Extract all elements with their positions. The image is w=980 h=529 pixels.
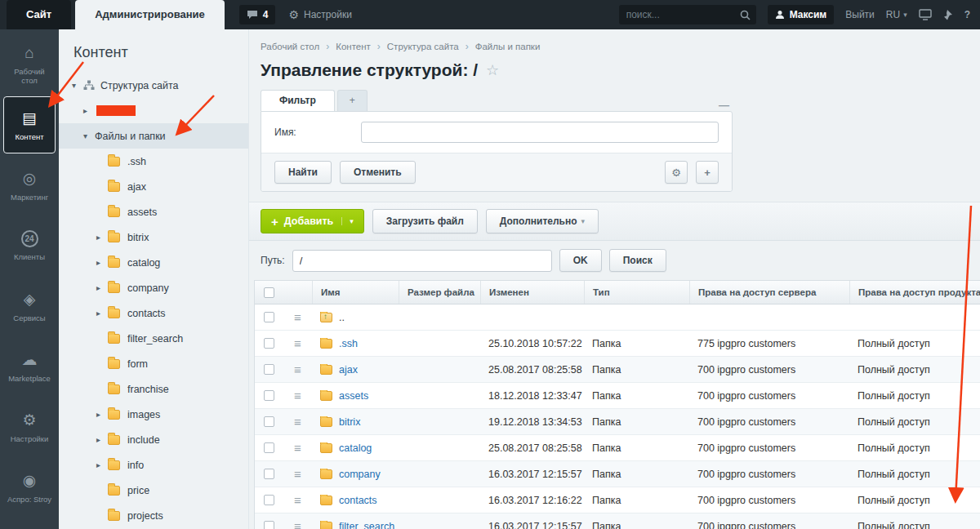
row-menu-icon[interactable]: ≡ xyxy=(294,468,301,480)
tree-folder-item[interactable]: ▸ contacts xyxy=(59,300,248,326)
tree-folder-item[interactable]: ▸ bitrix xyxy=(59,224,248,250)
chevron-right-icon[interactable]: ▸ xyxy=(96,283,108,292)
row-checkbox[interactable] xyxy=(264,495,274,505)
breadcrumb-label[interactable]: Рабочий стол xyxy=(261,42,319,51)
chevron-down-icon[interactable]: ▾ xyxy=(72,81,83,90)
filter-settings-button[interactable]: ⚙ xyxy=(665,161,688,184)
language-selector[interactable]: RU ▾ xyxy=(886,9,907,20)
rail-item[interactable]: ◉ Аспро: Stroy xyxy=(3,459,56,516)
chevron-down-icon[interactable]: ▾ xyxy=(83,131,95,140)
row-checkbox[interactable] xyxy=(264,416,274,427)
row-checkbox[interactable] xyxy=(264,442,274,453)
rail-item[interactable]: ◎ Маркетинг xyxy=(3,157,56,214)
chevron-right-icon[interactable]: ▸ xyxy=(96,435,108,444)
user-button[interactable]: Максим xyxy=(768,5,835,24)
column-header[interactable]: Изменен xyxy=(480,281,584,304)
rail-item[interactable]: ☁ Marketplace xyxy=(3,338,56,395)
path-input[interactable] xyxy=(292,250,552,272)
chevron-right-icon[interactable]: ▸ xyxy=(96,233,108,242)
add-filter-field-button[interactable]: + xyxy=(696,161,719,184)
chevron-right-icon[interactable]: ▸ xyxy=(96,410,108,419)
file-name-link[interactable]: contacts xyxy=(339,495,377,506)
row-menu-icon[interactable]: ≡ xyxy=(294,337,301,349)
tree-folder-item[interactable]: ▸ projects xyxy=(59,503,248,528)
row-checkbox[interactable] xyxy=(264,469,274,479)
tree-folder-item[interactable]: ▸ filter_search xyxy=(59,326,248,351)
row-checkbox[interactable] xyxy=(264,312,274,322)
row-menu-icon[interactable]: ≡ xyxy=(294,520,301,529)
collapse-filter-button[interactable]: — xyxy=(715,99,733,111)
rail-item[interactable]: ▤ Контент xyxy=(3,96,56,153)
add-button[interactable]: + Добавить ▾ xyxy=(261,209,364,233)
more-button[interactable]: Дополнительно ▾ xyxy=(486,209,599,233)
file-name-link[interactable]: .. xyxy=(339,312,345,323)
ok-button[interactable]: OK xyxy=(559,249,602,272)
tree-folder-item[interactable]: ▸ include xyxy=(59,427,248,452)
file-name-link[interactable]: bitrix xyxy=(339,416,360,428)
rail-item[interactable]: ◈ Сервисы xyxy=(3,278,56,335)
tree-folder-item[interactable]: ▸ info xyxy=(59,452,248,478)
row-checkbox[interactable] xyxy=(264,338,274,349)
tree-folder-item[interactable]: ▸ price xyxy=(59,478,248,503)
chevron-right-icon[interactable]: ▸ xyxy=(96,258,108,267)
favorite-star-icon[interactable]: ☆ xyxy=(486,61,499,79)
column-header[interactable]: Права на доступ сервера xyxy=(689,281,849,304)
tree-folder-item[interactable]: ▸ franchise xyxy=(59,376,248,402)
row-checkbox[interactable] xyxy=(264,390,274,401)
desktop-view-icon[interactable] xyxy=(919,9,932,20)
tree-folder-item[interactable]: ▸ .ssh xyxy=(59,149,248,174)
pin-icon[interactable] xyxy=(943,9,953,20)
notifications-button[interactable]: 4 xyxy=(239,5,276,24)
breadcrumb-label[interactable]: Структура сайта xyxy=(387,42,459,51)
add-filter-tab-button[interactable]: + xyxy=(337,90,368,111)
help-button[interactable]: ? xyxy=(964,9,970,20)
file-name-link[interactable]: company xyxy=(339,469,381,480)
tree-folder-item[interactable]: ▸ ajax xyxy=(59,174,248,199)
row-checkbox[interactable] xyxy=(264,364,274,375)
upload-file-button[interactable]: Загрузить файл xyxy=(372,209,478,233)
column-header[interactable]: Имя xyxy=(312,281,399,304)
row-menu-icon[interactable]: ≡ xyxy=(294,389,301,402)
name-field-input[interactable] xyxy=(361,122,719,143)
breadcrumb-label[interactable]: Файлы и папки xyxy=(475,42,541,51)
admin-tab[interactable]: Администрирование xyxy=(75,0,225,29)
cancel-button[interactable]: Отменить xyxy=(340,161,416,184)
row-checkbox[interactable] xyxy=(264,521,274,529)
tree-item-redacted[interactable]: ▸ xyxy=(59,98,248,123)
row-menu-icon[interactable]: ≡ xyxy=(294,494,301,506)
file-name-link[interactable]: catalog xyxy=(339,442,372,454)
file-name-link[interactable]: filter_search xyxy=(339,521,394,529)
row-menu-icon[interactable]: ≡ xyxy=(294,442,301,454)
rail-item[interactable]: 24 Клиенты xyxy=(3,217,56,274)
tree-item-files-folders[interactable]: ▾ Файлы и папки xyxy=(59,123,248,149)
tree-folder-item[interactable]: ▸ form xyxy=(59,351,248,376)
row-menu-icon[interactable]: ≡ xyxy=(294,363,301,376)
rail-item[interactable]: ⌂ Рабочий стол xyxy=(3,36,56,93)
breadcrumb-item[interactable]: Контент › xyxy=(336,41,387,52)
find-button[interactable]: Найти xyxy=(274,161,332,184)
breadcrumb-label[interactable]: Контент xyxy=(336,42,371,51)
rail-item[interactable]: ⚙ Настройки xyxy=(3,398,56,456)
chevron-right-icon[interactable]: ▸ xyxy=(96,460,108,469)
breadcrumb-item[interactable]: Рабочий стол › xyxy=(261,41,336,52)
filter-tab[interactable]: Фильтр xyxy=(261,90,335,111)
row-menu-icon[interactable]: ≡ xyxy=(294,311,301,323)
topbar-settings-button[interactable]: ⚙ Настройки xyxy=(288,9,351,20)
search-button[interactable]: Поиск xyxy=(609,249,666,272)
tree-folder-item[interactable]: ▸ catalog xyxy=(59,250,248,275)
column-header[interactable]: Тип xyxy=(584,281,689,304)
file-name-link[interactable]: assets xyxy=(339,390,368,402)
select-all-checkbox[interactable] xyxy=(264,287,274,298)
search-input[interactable] xyxy=(619,5,756,24)
search-icon[interactable] xyxy=(740,10,751,20)
breadcrumb-item[interactable]: Файлы и папки › xyxy=(475,42,541,51)
chevron-right-icon[interactable]: ▸ xyxy=(96,309,108,318)
file-name-link[interactable]: ajax xyxy=(339,364,358,376)
site-tab[interactable]: Сайт xyxy=(7,0,71,29)
tree-folder-item[interactable]: ▸ company xyxy=(59,275,248,300)
tree-folder-item[interactable]: ▸ images xyxy=(59,402,248,427)
tree-item-site-structure[interactable]: ▾ Структура сайта xyxy=(59,73,248,98)
logout-link[interactable]: Выйти xyxy=(845,9,875,20)
column-header[interactable]: Права на доступ продукта xyxy=(849,281,980,304)
breadcrumb-item[interactable]: Структура сайта › xyxy=(387,41,475,52)
